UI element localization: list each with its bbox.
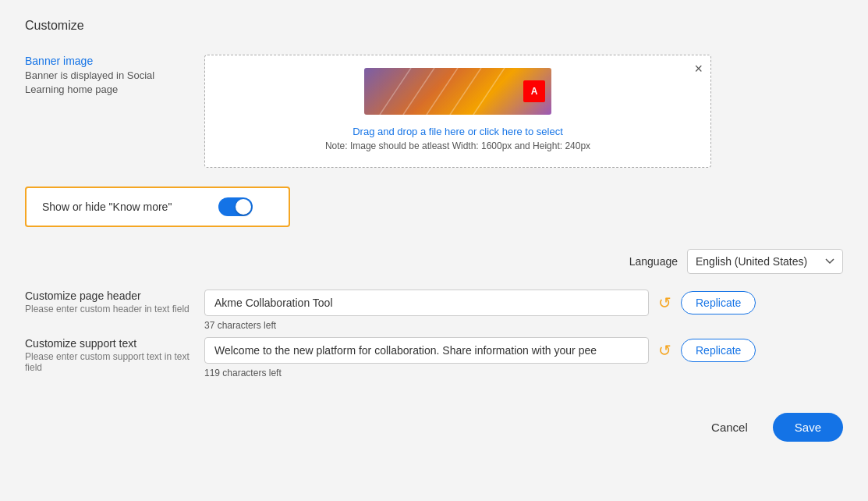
customize-header-replicate-button[interactable]: Replicate (681, 291, 756, 314)
banner-close-button[interactable]: × (694, 62, 703, 76)
save-button[interactable]: Save (773, 413, 843, 442)
customize-support-reset-button[interactable]: ↺ (655, 338, 675, 363)
customize-header-reset-button[interactable]: ↺ (655, 290, 675, 315)
banner-upload-area[interactable]: × A Drag and drop a file h (204, 55, 711, 168)
customize-support-row: Customize support text Please enter cust… (25, 337, 843, 378)
banner-label-desc: Banner is displayed in Social Learning h… (25, 69, 192, 97)
customize-support-chars-left: 119 characters left (204, 368, 843, 378)
customize-header-label-block: Customize page header Please enter custo… (25, 290, 204, 314)
customize-support-input[interactable] (204, 337, 649, 364)
customize-header-chars-left: 37 characters left (204, 320, 843, 331)
svg-line-1 (403, 68, 434, 115)
customize-header-label-title: Customize page header (25, 290, 192, 302)
language-select[interactable]: English (United States) French (France) … (687, 249, 843, 274)
page-title: Customize (25, 19, 843, 33)
customize-support-replicate-button[interactable]: Replicate (681, 339, 756, 362)
customize-header-row: Customize page header Please enter custo… (25, 290, 843, 331)
language-row: Language English (United States) French … (25, 249, 843, 274)
upload-hint[interactable]: Drag and drop a file here or click here … (353, 126, 563, 137)
svg-line-3 (450, 68, 481, 115)
svg-line-2 (427, 68, 458, 115)
customize-support-label-sub: Please enter custom support text in text… (25, 351, 192, 373)
banner-preview-image: A (364, 68, 551, 115)
upload-note: Note: Image should be atleast Width: 160… (325, 140, 590, 151)
banner-content: × A Drag and drop a file h (204, 55, 843, 168)
customize-support-input-block: ↺ Replicate 119 characters left (204, 337, 843, 378)
customize-support-label-block: Customize support text Please enter cust… (25, 337, 204, 373)
svg-line-4 (473, 68, 505, 115)
know-more-toggle-section: Show or hide "Know more" (25, 187, 290, 227)
toggle-thumb (236, 199, 251, 215)
cancel-button[interactable]: Cancel (699, 414, 760, 440)
banner-label-title: Banner image (25, 55, 192, 67)
banner-label-block: Banner image Banner is displayed in Soci… (25, 55, 204, 97)
customize-support-input-row: ↺ Replicate (204, 337, 843, 364)
banner-overlay-svg (364, 68, 551, 115)
banner-gradient: A (364, 68, 551, 115)
banner-section: Banner image Banner is displayed in Soci… (25, 55, 843, 168)
customize-header-label-sub: Please enter custom header in text field (25, 304, 192, 314)
reset-icon-support: ↺ (658, 341, 671, 360)
action-bar: Cancel Save (25, 403, 843, 442)
svg-line-0 (380, 68, 411, 115)
know-more-toggle[interactable] (218, 197, 253, 216)
reset-icon: ↺ (658, 293, 671, 312)
customize-header-input-block: ↺ Replicate 37 characters left (204, 290, 843, 331)
know-more-label: Show or hide "Know more" (42, 201, 172, 213)
customize-support-label-title: Customize support text (25, 337, 192, 350)
page-container: Customize Banner image Banner is display… (0, 0, 868, 501)
customize-header-input[interactable] (204, 290, 649, 316)
customize-header-input-row: ↺ Replicate (204, 290, 843, 316)
language-label: Language (629, 255, 678, 268)
toggle-track (218, 197, 253, 216)
